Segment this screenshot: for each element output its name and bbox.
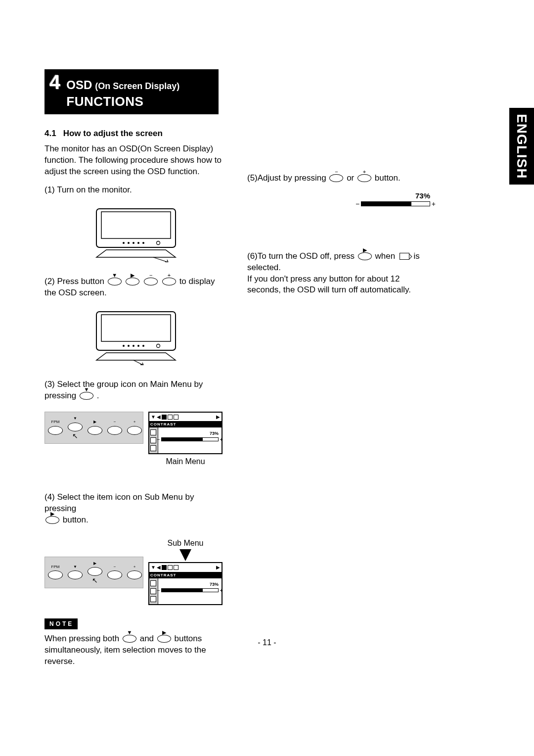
page-number: - 11 - [0, 637, 534, 648]
right-button-icon [126, 278, 139, 285]
language-tab: ENGLISH [509, 108, 534, 185]
step-6-tail: If you don't press any button for about … [247, 274, 411, 295]
svg-point-13 [137, 345, 139, 347]
down-button-icon [68, 423, 83, 431]
osd-top-left-icon: ◀ [157, 564, 161, 571]
osd-top-right-icon: ▶ [216, 564, 220, 571]
main-menu-figure: FPM ▼↖ ▶ − + ▼ ◀ [44, 412, 227, 467]
osd-top-icon [162, 565, 167, 570]
osd-value: 73% [161, 430, 219, 436]
svg-point-4 [133, 242, 134, 244]
sub-menu-caption: Sub Menu [148, 538, 222, 549]
section-title-paren: (On Screen Display) [95, 80, 179, 92]
button-strip: FPM ▼ ▶↖ − + [44, 557, 143, 589]
osd-top-icon [168, 415, 173, 420]
step-2-text-a: (2) Press button [44, 277, 104, 286]
osd-title: CONTRAST [149, 422, 222, 427]
down-button-icon [80, 392, 93, 400]
minus-button-icon [329, 174, 343, 182]
right-button-icon [88, 567, 102, 576]
subsection-number: 4.1 [44, 129, 56, 138]
osd-side-icon [150, 588, 156, 594]
down-button-icon [68, 570, 83, 579]
osd-top-down-icon: ▼ [151, 564, 156, 571]
btn-cap-plus: + [134, 420, 136, 425]
section-title-sub: FUNCTIONS [66, 93, 179, 110]
intro-text: The monitor has an OSD(On Screen Display… [44, 143, 227, 178]
step-5: (5)Adjust by pressing or button. [247, 173, 430, 184]
svg-point-5 [137, 242, 139, 244]
osd-top-down-icon: ▼ [151, 414, 156, 421]
osd-top-right-icon: ▶ [216, 414, 220, 421]
svg-rect-1 [101, 212, 171, 238]
osd-top-icon [174, 565, 178, 570]
svg-rect-9 [101, 315, 171, 341]
monitor-figure-1 [44, 208, 227, 262]
osd-panel-main: ▼ ◀ ▶ CONTRAST [148, 412, 222, 454]
btn-cap-fpm: FPM [51, 420, 60, 425]
btn-cap-fpm: FPM [51, 565, 60, 570]
minus-button-icon [144, 278, 158, 285]
step-4: (4) Select the item icon on Sub Menu by … [44, 492, 227, 526]
btn-cap-minus: − [114, 565, 116, 570]
osd-bar-fill [162, 438, 203, 441]
osd-top-left-icon: ◀ [157, 414, 161, 421]
svg-point-15 [157, 344, 160, 348]
svg-point-12 [133, 345, 134, 347]
osd-value: 73% [161, 581, 219, 587]
step-3-text-b: . [97, 391, 99, 400]
step-5-text-b: button. [375, 173, 400, 183]
down-button-icon [108, 278, 122, 285]
svg-rect-0 [96, 209, 176, 247]
osd-side-icon [150, 596, 156, 602]
osd-title: CONTRAST [149, 572, 222, 578]
osd-side-icon [150, 437, 156, 443]
main-menu-caption: Main Menu [148, 456, 222, 467]
progress-figure: 73% [361, 191, 430, 206]
plus-button-icon [357, 174, 371, 182]
svg-point-10 [123, 345, 125, 347]
arrow-down-icon [179, 549, 191, 561]
plus-button-icon [127, 570, 142, 579]
osd-side-icon [150, 445, 156, 451]
svg-point-6 [142, 242, 144, 244]
btn-cap-plus: + [134, 565, 136, 570]
minus-button-icon [107, 426, 122, 435]
osd-side-icon [150, 580, 156, 586]
osd-top-icon [162, 415, 167, 420]
step-3: (3) Select the group icon on Main Menu b… [44, 379, 227, 402]
progress-fill [361, 202, 411, 206]
step-6: (6)To turn the OSD off, press when is se… [247, 251, 430, 296]
step-4-text-a: (4) Select the item icon on Sub Menu by … [44, 492, 194, 513]
section-number: 4 [49, 72, 60, 92]
fpm-button-icon [48, 426, 63, 435]
fpm-button-icon [48, 570, 63, 579]
btn-cap-down: ▼ [73, 565, 77, 570]
step-5-text-mid: or [347, 173, 354, 183]
progress-value: 73% [361, 191, 430, 201]
step-3-text-a: (3) Select the group icon on Main Menu b… [44, 379, 203, 400]
svg-point-11 [128, 345, 130, 347]
right-button-icon [88, 426, 102, 435]
left-column: 4.1How to adjust the screen The monitor … [44, 128, 227, 674]
monitor-figure-2 [44, 311, 227, 365]
right-button-icon [358, 252, 372, 260]
svg-rect-8 [96, 312, 176, 350]
svg-point-7 [157, 241, 160, 245]
button-strip: FPM ▼↖ ▶ − + [44, 412, 143, 444]
section-header: 4 OSD (On Screen Display) FUNCTIONS [44, 69, 219, 114]
osd-top-icon [174, 415, 178, 420]
step-4-text-b: button. [63, 515, 89, 524]
section-title-main: OSD [66, 77, 92, 93]
right-column: (5)Adjust by pressing or button. 73% (6)… [247, 128, 430, 674]
osd-panel-sub: ▼ ◀ ▶ CONTRAST [148, 562, 222, 605]
step-6-text-a: (6)To turn the OSD off, press [247, 251, 355, 261]
exit-osd-icon [400, 253, 409, 260]
page-content: 4 OSD (On Screen Display) FUNCTIONS 4.1H… [44, 69, 490, 674]
svg-point-14 [142, 345, 144, 347]
step-5-text-a: (5)Adjust by pressing [247, 173, 326, 183]
osd-bar-fill [162, 589, 203, 592]
btn-cap-minus: − [114, 420, 116, 425]
sub-menu-figure: FPM ▼ ▶↖ − + Sub Menu ▼ ◀ [44, 536, 227, 605]
step-1: (1) Turn on the monitor. [44, 185, 227, 196]
